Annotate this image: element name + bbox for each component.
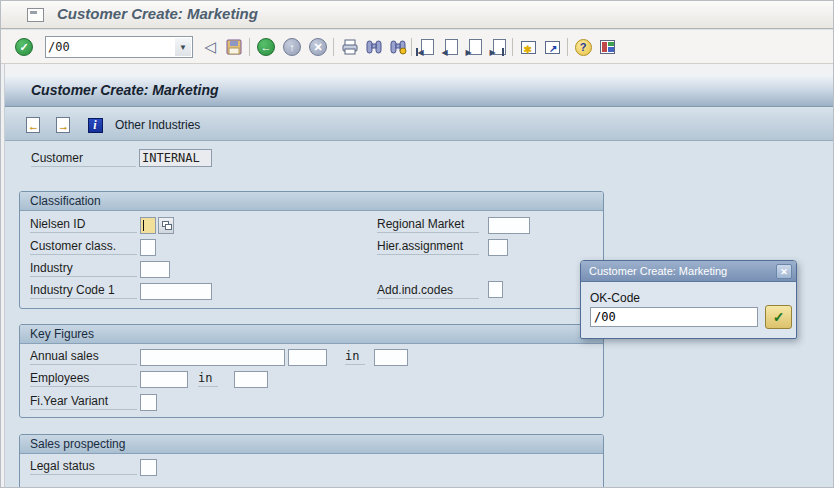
window-title: Customer Create: Marketing	[57, 5, 258, 22]
window-titlebar: Customer Create: Marketing	[1, 1, 834, 29]
enter-button[interactable]: ✓	[13, 36, 35, 58]
industry-code-1-field[interactable]	[140, 283, 212, 300]
ok-code-label: OK-Code	[590, 291, 640, 305]
circle-left-arrow-icon: ←	[257, 38, 275, 56]
annual-sales-in-label: in	[345, 349, 365, 365]
create-shortcut-button[interactable]: ↗	[541, 36, 563, 58]
circle-x-icon: ✕	[309, 38, 327, 56]
exit-back-button[interactable]: ←	[255, 36, 277, 58]
sales-prospecting-title: Sales prospecting	[20, 435, 603, 454]
employees-in-label: in	[198, 371, 218, 387]
info-icon: i	[88, 118, 103, 133]
toolbar-separator	[567, 38, 568, 56]
regional-market-field[interactable]	[488, 217, 530, 234]
last-page-button[interactable]: ▶	[488, 36, 510, 58]
industry-field[interactable]	[140, 261, 170, 278]
application-toolbar: ← → i Other Industries	[1, 108, 834, 141]
toolbar-separator	[411, 38, 412, 56]
previous-page-button[interactable]: ◀	[440, 36, 462, 58]
next-page-button[interactable]: ▶	[464, 36, 486, 58]
regional-market-label: Regional Market	[377, 217, 479, 233]
information-button[interactable]: i	[85, 115, 105, 135]
toolbar-separator	[249, 38, 250, 56]
industry-code-1-label: Industry Code 1	[30, 283, 137, 299]
customer-label: Customer	[31, 151, 136, 167]
standard-toolbar: ✓ ▼ ◁ ← ↑ ✕	[1, 30, 834, 64]
page-arrow-right-icon: →	[56, 117, 70, 133]
command-field: ▼	[45, 36, 193, 58]
new-session-button[interactable]: ✱	[517, 36, 539, 58]
find-button[interactable]	[363, 36, 385, 58]
legal-status-label: Legal status	[30, 459, 137, 475]
new-session-icon: ✱	[521, 41, 536, 54]
binoculars-icon	[365, 39, 383, 55]
key-figures-title: Key Figures	[20, 325, 603, 344]
window-left-frame	[1, 64, 5, 487]
dialog-title: Customer Create: Marketing	[589, 265, 727, 277]
chevron-down-icon: ▼	[179, 43, 187, 52]
first-page-icon: ◀	[421, 39, 434, 55]
customer-class-field[interactable]	[140, 239, 156, 256]
close-icon: ✕	[780, 267, 788, 277]
employees-unit-field[interactable]	[234, 371, 268, 388]
help-button[interactable]: ?	[572, 36, 594, 58]
employees-label: Employees	[30, 371, 137, 387]
window-gap-strip	[1, 64, 834, 76]
industry-label: Industry	[30, 261, 137, 277]
annual-sales-unit-field[interactable]	[374, 349, 408, 366]
add-ind-codes-field[interactable]	[488, 281, 503, 298]
hier-assignment-field[interactable]	[488, 239, 508, 256]
shortcut-icon: ↗	[545, 41, 560, 54]
fi-year-variant-field[interactable]	[140, 394, 157, 411]
next-screen-button[interactable]: →	[53, 115, 73, 135]
printer-icon	[341, 39, 359, 55]
print-button[interactable]	[339, 36, 361, 58]
annual-sales-currency-field[interactable]	[288, 349, 327, 366]
previous-page-icon: ◀	[445, 39, 458, 55]
back-button[interactable]: ◁	[199, 36, 221, 58]
find-next-button[interactable]	[387, 36, 409, 58]
check-icon: ✓	[773, 309, 785, 325]
dialog-titlebar[interactable]: Customer Create: Marketing ✕	[581, 261, 796, 282]
customer-field[interactable]	[139, 149, 212, 167]
classification-groupbox: Classification Nielsen ID Customer class…	[19, 191, 604, 309]
first-page-button[interactable]: ◀	[416, 36, 438, 58]
dialog-close-button[interactable]: ✕	[776, 264, 792, 279]
dialog-continue-button[interactable]: ✓	[765, 305, 792, 329]
page-arrow-left-icon: ←	[26, 117, 40, 133]
hier-assignment-label: Hier.assignment	[377, 239, 479, 255]
fi-year-variant-label: Fi.Year Variant	[30, 394, 137, 410]
enter-check-icon: ✓	[15, 38, 33, 56]
system-menu-icon[interactable]	[27, 8, 44, 22]
command-input[interactable]	[48, 38, 174, 56]
customize-layout-button[interactable]	[596, 36, 618, 58]
save-button[interactable]	[223, 36, 245, 58]
help-icon: ?	[575, 39, 592, 56]
ok-code-input[interactable]	[590, 307, 758, 327]
screen-title: Customer Create: Marketing	[31, 82, 219, 98]
back-arrow-icon: ◁	[204, 38, 216, 56]
cancel-button[interactable]: ✕	[307, 36, 329, 58]
toolbar-separator	[512, 38, 513, 56]
circle-up-arrow-icon: ↑	[283, 38, 301, 56]
screen-title-band: Customer Create: Marketing	[1, 76, 834, 107]
add-ind-codes-label: Add.ind.codes	[377, 283, 479, 299]
next-page-icon: ▶	[469, 39, 482, 55]
sap-gui-window: Customer Create: Marketing ✓ ▼ ◁ ← ↑	[0, 0, 834, 488]
employees-count-field[interactable]	[140, 371, 188, 388]
annual-sales-label: Annual sales	[30, 349, 137, 365]
other-industries-button[interactable]: Other Industries	[115, 118, 200, 132]
exit-button[interactable]: ↑	[281, 36, 303, 58]
sales-prospecting-groupbox: Sales prospecting Legal status	[19, 434, 604, 488]
nielsen-id-label: Nielsen ID	[30, 217, 137, 233]
ok-code-dialog: Customer Create: Marketing ✕ OK-Code ✓	[580, 260, 797, 339]
save-floppy-icon	[226, 39, 242, 55]
nielsen-id-value-help-button[interactable]	[158, 217, 174, 234]
previous-screen-button[interactable]: ←	[23, 115, 43, 135]
legal-status-field[interactable]	[140, 459, 157, 476]
toolbar-separator	[333, 38, 334, 56]
key-figures-groupbox: Key Figures Annual sales in Employees in…	[19, 324, 604, 418]
last-page-icon: ▶	[493, 39, 506, 55]
annual-sales-amount-field[interactable]	[140, 349, 285, 366]
command-dropdown-button[interactable]: ▼	[175, 38, 191, 56]
